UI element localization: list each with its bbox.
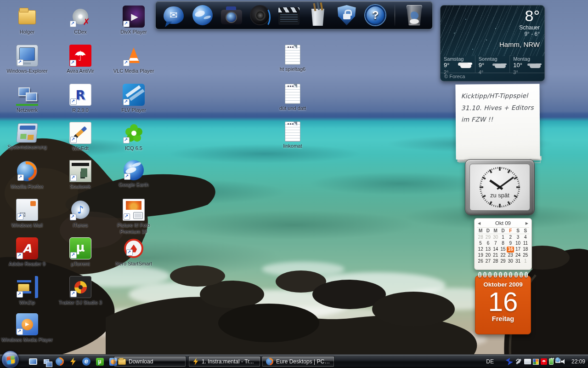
language-indicator[interactable]: DE xyxy=(486,358,494,365)
dock-item-speaker[interactable] xyxy=(249,3,271,28)
calendar-day[interactable]: 6 xyxy=(484,241,492,247)
desktop-icon-mozilla-firefox[interactable]: Mozilla Firefox xyxy=(1,160,53,190)
taskbar-clock[interactable]: 22:09 xyxy=(571,358,585,365)
desktop-icon-torrent[interactable]: µTorrent xyxy=(54,237,107,267)
desktop-icon-winzip[interactable]: WinZip xyxy=(1,276,53,306)
date-page-gadget[interactable]: Oktober 2009 16 Freitag xyxy=(475,272,531,334)
icon-label: Windows Mail xyxy=(11,222,43,229)
trash-icon xyxy=(407,5,422,25)
desktop-icon-divx-player[interactable]: DivX Player xyxy=(107,6,160,35)
dock-item-help[interactable] xyxy=(364,3,387,28)
shortcut-arrow-icon xyxy=(70,214,76,220)
desktop-icon-soulseek[interactable]: Soulseek xyxy=(54,160,107,190)
calendar-day[interactable]: 18 xyxy=(522,247,529,253)
calendar-day[interactable]: 26 xyxy=(477,259,484,264)
notes-gadget[interactable]: Kicktipp/HT-Tippspiel 31.10. Hives + Edi… xyxy=(455,84,540,159)
dock-item-shield-lock[interactable] xyxy=(335,3,358,28)
dock-item-globe[interactable] xyxy=(191,3,214,28)
dock-item-mail[interactable] xyxy=(162,3,185,28)
desktop-icon-nero-startsmart[interactable]: Nero StartSmart xyxy=(107,237,160,267)
tray-color-profile-icon[interactable] xyxy=(533,359,539,365)
calendar-day[interactable]: 19 xyxy=(477,253,484,259)
calendar-day[interactable]: 24 xyxy=(514,253,521,259)
calendar-day[interactable]: 29 xyxy=(484,235,492,241)
shortcut-arrow-icon xyxy=(124,173,130,180)
desktop-icon-winedt[interactable]: WinEdt xyxy=(54,122,107,152)
desktop-icon-flv-player[interactable]: FLV Player xyxy=(107,84,160,114)
calendar-day[interactable]: 7 xyxy=(492,241,499,247)
calendar-day[interactable]: 22 xyxy=(499,253,507,259)
winamp-icon xyxy=(192,358,199,365)
calendar-day[interactable]: 17 xyxy=(514,247,521,253)
calendar-day[interactable]: 2 xyxy=(507,235,514,241)
desktop-icon-netzwerk[interactable]: Netzwerk xyxy=(1,84,53,114)
desktop-icon-icq-6-5[interactable]: ICQ 6.5 xyxy=(107,122,160,152)
taskbar-button-download[interactable]: Download xyxy=(114,356,186,367)
calendar-day[interactable]: 10 xyxy=(514,241,521,247)
tray-power-plug-icon[interactable] xyxy=(549,358,554,365)
desktop-icon-windows-mail[interactable]: Windows Mail xyxy=(1,199,53,229)
desktop-icon-itunes[interactable]: iTunes xyxy=(54,199,107,229)
desktop-icon-vlc-media-player[interactable]: VLC Media Player xyxy=(107,45,160,75)
calendar-day[interactable]: 9 xyxy=(507,241,514,247)
tray-network-icon[interactable] xyxy=(555,359,560,363)
calendar-day[interactable]: 28 xyxy=(477,235,484,241)
tray-display-icon[interactable] xyxy=(524,359,531,364)
calendar-day[interactable]: 23 xyxy=(507,253,514,259)
tray-tools-icon[interactable] xyxy=(515,358,522,365)
tray-messenger-bird-icon[interactable] xyxy=(506,358,513,365)
desktop-icon-r-2-9-0[interactable]: R 2.9.0 xyxy=(54,84,107,114)
calendar-day[interactable]: 5 xyxy=(477,241,484,247)
dock-item-trash[interactable] xyxy=(403,3,426,28)
desktop-icon-d-t-und-datt[interactable]: düt und datt xyxy=(266,83,319,112)
calendar-day[interactable]: 30 xyxy=(492,235,499,241)
calendar-day[interactable]: 29 xyxy=(499,259,507,264)
desktop-icon-windows-media-player[interactable]: Windows Media Player xyxy=(1,313,53,343)
weather-gadget[interactable]: 8° Schauer 9° - 6° Hamm, NRW Samstag9°2°… xyxy=(440,5,545,81)
calendar-day[interactable]: 12 xyxy=(477,247,484,253)
calendar-day[interactable]: 15 xyxy=(499,247,507,253)
calendar-day[interactable]: 27 xyxy=(484,259,492,264)
calendar-day[interactable]: 3 xyxy=(514,235,521,241)
calendar-day[interactable]: 25 xyxy=(522,253,529,259)
calendar-day[interactable]: 31 xyxy=(514,259,521,264)
dock-item-camera[interactable] xyxy=(220,3,243,28)
desktop-icon-windows-explorer[interactable]: Windows-Explorer xyxy=(1,45,53,75)
desktop-icon-ht-spieltag6[interactable]: ht spieltag6 xyxy=(266,44,319,73)
taskbar-button-eure-desktops-pc[interactable]: Eure Desktops | PC ... xyxy=(262,356,334,367)
r-icon xyxy=(69,84,91,106)
desktop-icon-adobe-reader-9[interactable]: Adobe Reader 9 xyxy=(1,237,53,267)
desktop-icon-google-earth[interactable]: Google Earth xyxy=(107,160,160,188)
desktop-icon-picture-it-foto-premium-10[interactable]: Picture It! Foto Premium 10 xyxy=(107,199,160,235)
calendar-day[interactable]: 11 xyxy=(522,241,529,247)
calendar-day[interactable]: 4 xyxy=(522,235,529,241)
calendar-day[interactable]: 8 xyxy=(499,241,507,247)
tray-avira-icon[interactable] xyxy=(541,358,547,365)
desktop-icon-avira-antivir[interactable]: Avira AntiVir xyxy=(54,45,107,75)
calendar-gadget[interactable]: ◀ Okt 09 ▶ MDMDFSS 282930123456789101112… xyxy=(474,218,532,270)
calendar-day[interactable]: 28 xyxy=(492,259,499,264)
calendar-day[interactable]: 1 xyxy=(522,259,529,264)
cdex-icon xyxy=(69,6,91,28)
calendar-day[interactable]: 20 xyxy=(484,253,492,259)
taskbar-button-1-instra-mental-tr[interactable]: 1. Instra:mental - Tr... xyxy=(188,356,260,367)
desktop-icon-traktor-dj-studio-3[interactable]: Traktor DJ Studio 3 xyxy=(54,276,107,306)
tray-volume-icon[interactable] xyxy=(561,359,567,365)
calendar-day[interactable]: 21 xyxy=(492,253,499,259)
dock-item-pen-cup[interactable] xyxy=(306,3,329,28)
clock-gadget[interactable]: zu spät xyxy=(465,159,535,215)
desktop-icon-cdex[interactable]: CDex xyxy=(54,6,107,35)
calendar-next-icon[interactable]: ▶ xyxy=(526,221,528,225)
calendar-day[interactable]: 1 xyxy=(499,235,507,241)
desktop-icon-linkomat[interactable]: linkomat xyxy=(266,121,319,150)
spiral-ring xyxy=(520,272,523,278)
desktop-icon-holger[interactable]: Holger xyxy=(1,6,53,35)
calendar-day[interactable]: 13 xyxy=(484,247,492,253)
calendar-day[interactable]: 30 xyxy=(507,259,514,264)
calendar-today[interactable]: 16 xyxy=(507,247,514,253)
calendar-prev-icon[interactable]: ◀ xyxy=(478,221,481,225)
spiral-ring xyxy=(509,272,512,278)
desktop-icon-systemsteuerung[interactable]: Systemsteuerung xyxy=(1,122,53,150)
dock-item-clapperboard[interactable] xyxy=(277,3,300,28)
calendar-day[interactable]: 14 xyxy=(492,247,499,253)
